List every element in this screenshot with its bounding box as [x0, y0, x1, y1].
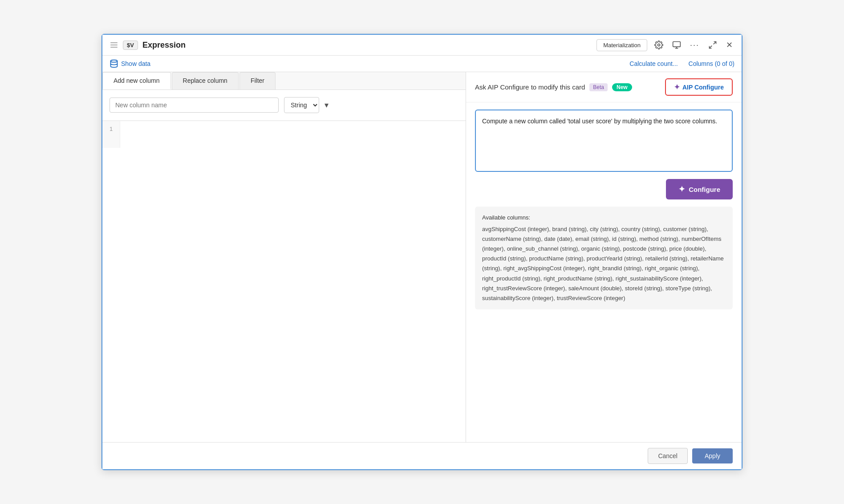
aip-header-title: Ask AIP Configure to modify this card [475, 83, 585, 91]
svg-line-4 [714, 42, 716, 45]
columns-link[interactable]: Columns (0 of 0) [689, 60, 734, 67]
title-actions: Materialization ··· [596, 38, 734, 52]
row-number: 1 [102, 121, 120, 148]
expression-input-area[interactable] [120, 121, 466, 148]
aip-header: Ask AIP Configure to modify this card Be… [466, 72, 742, 102]
title-bar: $V Expression Materialization [102, 35, 742, 56]
settings-icon-button[interactable] [653, 39, 665, 51]
monitor-icon [672, 41, 681, 49]
sub-header: Show data Calculate count... Columns (0 … [102, 56, 742, 72]
new-badge: New [612, 83, 632, 91]
type-dropdown-arrow[interactable]: ▾ [325, 100, 329, 110]
title-badge: $V [123, 41, 138, 50]
settings-icon [654, 41, 663, 49]
available-columns-text: avgShippingCost (integer), brand (string… [482, 226, 724, 301]
expression-dialog: $V Expression Materialization [101, 34, 743, 470]
configure-sparkle-icon: ✦ [678, 184, 685, 194]
monitor-icon-button[interactable] [670, 39, 683, 51]
calculate-count-link[interactable]: Calculate count... [629, 60, 678, 67]
available-columns-title: Available columns: [482, 213, 726, 223]
dialog-title: Expression [142, 41, 186, 50]
left-panel: Add new column Replace column Filter Str… [102, 72, 466, 442]
expand-icon [708, 41, 717, 49]
main-container: $V Expression Materialization [0, 0, 844, 504]
drag-handle[interactable] [110, 41, 118, 49]
sparkle-icon: ✦ [674, 83, 680, 91]
svg-line-5 [710, 46, 712, 49]
expand-button[interactable] [706, 39, 719, 51]
database-icon [110, 59, 118, 68]
aip-configure-label: AIP Configure [682, 84, 724, 91]
aip-body: ✦ Configure Available columns: avgShippi… [466, 102, 742, 442]
aip-configure-header-button[interactable]: ✦ AIP Configure [665, 78, 733, 96]
available-columns-section: Available columns: avgShippingCost (inte… [475, 207, 733, 309]
svg-point-0 [657, 44, 660, 46]
tab-replace-column[interactable]: Replace column [172, 72, 239, 89]
configure-action-button[interactable]: ✦ Configure [666, 179, 733, 199]
expression-grid: 1 [102, 121, 466, 148]
aip-panel: Ask AIP Configure to modify this card Be… [466, 72, 742, 442]
tab-filter[interactable]: Filter [239, 72, 276, 89]
close-icon: ✕ [726, 40, 733, 50]
column-name-row: String ▾ [110, 97, 459, 113]
column-name-input[interactable] [110, 98, 279, 113]
show-data-link[interactable]: Show data [110, 59, 150, 68]
more-options-button[interactable]: ··· [688, 39, 701, 52]
aip-textarea[interactable] [475, 110, 733, 172]
materialization-button[interactable]: Materialization [596, 39, 647, 51]
cancel-button[interactable]: Cancel [648, 448, 688, 464]
footer: Cancel Apply [102, 442, 742, 469]
svg-rect-1 [673, 42, 681, 47]
beta-badge: Beta [589, 83, 608, 91]
apply-button[interactable]: Apply [692, 448, 733, 463]
column-form: String ▾ [102, 90, 466, 121]
content-area: Add new column Replace column Filter Str… [102, 72, 742, 442]
configure-action-label: Configure [689, 186, 720, 193]
type-select[interactable]: String [284, 97, 319, 113]
tab-add-new-column[interactable]: Add new column [102, 72, 171, 89]
svg-point-6 [111, 60, 118, 62]
tab-row: Add new column Replace column Filter [102, 72, 466, 90]
more-icon: ··· [690, 41, 699, 50]
close-button[interactable]: ✕ [724, 38, 734, 52]
